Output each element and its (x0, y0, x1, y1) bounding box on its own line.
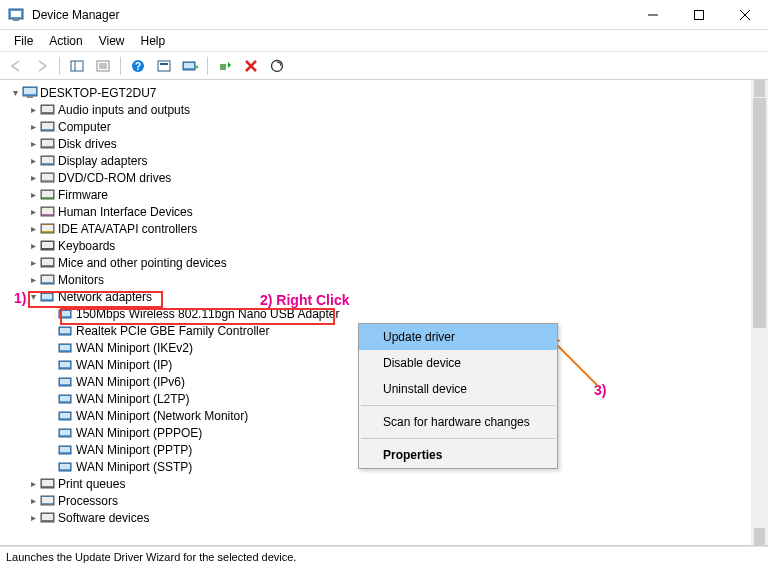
expand-icon[interactable]: ▸ (26, 206, 40, 217)
svg-rect-33 (42, 157, 53, 163)
close-button[interactable] (722, 0, 768, 30)
tree-category-label: Network adapters (56, 290, 152, 304)
expand-icon[interactable]: ▸ (26, 257, 40, 268)
ctx-properties[interactable]: Properties (359, 442, 557, 468)
collapse-icon[interactable]: ▾ (8, 87, 22, 98)
ctx-uninstall-device[interactable]: Uninstall device (359, 376, 557, 402)
expand-icon[interactable]: ▸ (26, 223, 40, 234)
vertical-scrollbar[interactable] (751, 80, 768, 545)
minimize-button[interactable] (630, 0, 676, 30)
tree-category-label: Firmware (56, 188, 108, 202)
svg-rect-75 (42, 514, 53, 520)
svg-rect-43 (42, 242, 53, 248)
menu-view[interactable]: View (91, 32, 133, 50)
expand-icon[interactable]: ▸ (26, 172, 40, 183)
svg-rect-27 (42, 106, 53, 112)
network-adapter-icon (58, 426, 74, 440)
tree-category[interactable]: ▸Processors (8, 492, 751, 509)
statusbar: Launches the Update Driver Wizard for th… (0, 546, 768, 566)
tree-category[interactable]: ▸Human Interface Devices (8, 203, 751, 220)
tree-category[interactable]: ▸Mice and other pointing devices (8, 254, 751, 271)
tree-root[interactable]: ▾ DESKTOP-EGT2DU7 (8, 84, 751, 101)
network-adapter-icon (58, 341, 74, 355)
expand-icon[interactable]: ▸ (26, 155, 40, 166)
tree-category[interactable]: ▸Print queues (8, 475, 751, 492)
svg-rect-37 (42, 191, 53, 197)
toolbar: ? (0, 52, 768, 80)
expand-icon[interactable]: ▸ (26, 495, 40, 506)
update-driver-button[interactable] (178, 55, 202, 77)
enable-device-button[interactable] (213, 55, 237, 77)
scrollbar-thumb[interactable] (753, 98, 766, 328)
back-button[interactable] (4, 55, 28, 77)
device-category-icon (40, 154, 56, 168)
help-button[interactable]: ? (126, 55, 150, 77)
tree-category-label: Computer (56, 120, 111, 134)
menu-file[interactable]: File (6, 32, 41, 50)
context-menu: Update driver Disable device Uninstall d… (358, 323, 558, 469)
svg-rect-71 (42, 480, 53, 486)
svg-rect-65 (60, 430, 70, 435)
tree-device-label: WAN Miniport (L2TP) (74, 392, 190, 406)
tree-category[interactable]: ▸Firmware (8, 186, 751, 203)
svg-rect-35 (42, 174, 53, 180)
maximize-button[interactable] (676, 0, 722, 30)
tree-category[interactable]: ▸Monitors (8, 271, 751, 288)
expand-icon[interactable]: ▸ (26, 512, 40, 523)
statusbar-text: Launches the Update Driver Wizard for th… (6, 551, 296, 563)
network-adapter-icon (58, 307, 74, 321)
menu-help[interactable]: Help (133, 32, 174, 50)
collapse-icon[interactable]: ▾ (26, 291, 40, 302)
menu-action[interactable]: Action (41, 32, 90, 50)
tree-category[interactable]: ▸Computer (8, 118, 751, 135)
action-menu-button[interactable] (152, 55, 176, 77)
tree-category[interactable]: ▸Disk drives (8, 135, 751, 152)
expand-icon[interactable]: ▸ (26, 274, 40, 285)
tree-category-label: Monitors (56, 273, 104, 287)
tree-category[interactable]: ▸Software devices (8, 509, 751, 526)
tree-device-label: WAN Miniport (PPTP) (74, 443, 192, 457)
svg-rect-45 (42, 259, 53, 265)
ctx-update-driver[interactable]: Update driver (359, 324, 557, 350)
show-hide-console-tree-button[interactable] (65, 55, 89, 77)
expand-icon[interactable]: ▸ (26, 478, 40, 489)
svg-rect-2 (13, 19, 19, 21)
tree-category-label: Mice and other pointing devices (56, 256, 227, 270)
svg-rect-15 (158, 61, 170, 71)
expand-icon[interactable]: ▸ (26, 189, 40, 200)
uninstall-device-button[interactable] (239, 55, 263, 77)
device-category-icon (40, 171, 56, 185)
tree-device[interactable]: 150Mbps Wireless 802.11bgn Nano USB Adap… (8, 305, 751, 322)
expand-icon[interactable]: ▸ (26, 138, 40, 149)
svg-rect-25 (27, 96, 33, 98)
expand-icon[interactable]: ▸ (26, 121, 40, 132)
network-adapter-icon (58, 358, 74, 372)
expand-icon[interactable]: ▸ (26, 104, 40, 115)
scan-hardware-button[interactable] (265, 55, 289, 77)
tree-category[interactable]: ▸Audio inputs and outputs (8, 101, 751, 118)
tree-category[interactable]: ▸IDE ATA/ATAPI controllers (8, 220, 751, 237)
toolbar-separator (59, 57, 60, 75)
forward-button[interactable] (30, 55, 54, 77)
tree-category[interactable]: ▸DVD/CD-ROM drives (8, 169, 751, 186)
svg-rect-69 (60, 464, 70, 469)
device-category-icon (40, 120, 56, 134)
tree-category[interactable]: ▸Keyboards (8, 237, 751, 254)
tree-category-network-adapters[interactable]: ▾ Network adapters (8, 288, 751, 305)
ctx-scan-hardware[interactable]: Scan for hardware changes (359, 409, 557, 435)
tree-category-label: DVD/CD-ROM drives (56, 171, 171, 185)
svg-rect-47 (42, 276, 53, 282)
device-category-icon (40, 222, 56, 236)
network-adapter-icon (58, 460, 74, 474)
svg-rect-41 (42, 225, 53, 231)
tree-device-label: WAN Miniport (Network Monitor) (74, 409, 248, 423)
tree-category[interactable]: ▸Display adapters (8, 152, 751, 169)
svg-rect-53 (60, 328, 70, 333)
ctx-disable-device[interactable]: Disable device (359, 350, 557, 376)
tree-category-label: Software devices (56, 511, 149, 525)
ctx-separator (361, 438, 555, 439)
device-category-icon (40, 273, 56, 287)
tree-category-label: Display adapters (56, 154, 147, 168)
expand-icon[interactable]: ▸ (26, 240, 40, 251)
properties-button[interactable] (91, 55, 115, 77)
